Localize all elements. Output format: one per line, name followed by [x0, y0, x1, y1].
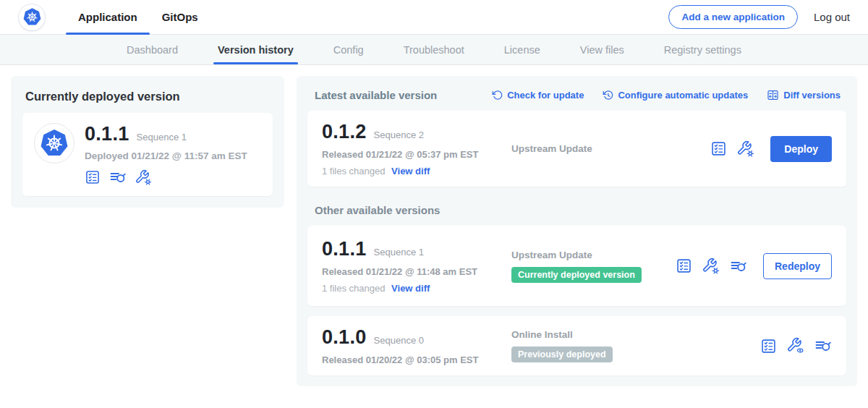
latest-version-title: Latest available version [315, 89, 437, 101]
subnav-item-troubleshoot[interactable]: Troubleshoot [404, 35, 464, 64]
preflight-checklist-icon[interactable] [676, 258, 692, 274]
currently-deployed-panel: Currently deployed version 0.1.1 Sequenc… [11, 76, 284, 208]
view-diff-link[interactable]: View diff [391, 283, 430, 294]
released-timestamp: Released 01/20/22 @ 03:05 pm EST [322, 354, 511, 365]
app-logo [18, 4, 46, 31]
deployed-version-number: 0.1.1 [85, 123, 129, 145]
subnav-label: Troubleshoot [404, 44, 464, 56]
subnav-label: Dashboard [127, 44, 178, 56]
schedule-update-icon [603, 90, 613, 101]
files-changed-label: 1 files changed [322, 283, 385, 294]
source-type-label: Upstream Update [511, 143, 710, 154]
preflight-checklist-icon[interactable] [85, 169, 101, 185]
tab-gitops[interactable]: GitOps [150, 0, 210, 34]
logout-link[interactable]: Log out [814, 11, 850, 23]
main-content: Currently deployed version 0.1.1 Sequenc… [0, 65, 868, 397]
view-logs-icon[interactable] [109, 169, 127, 186]
subnav-label: Config [333, 44, 364, 56]
kubernetes-logo-icon [22, 7, 42, 27]
version-actions: Check for update Configure automatic upd… [492, 89, 841, 101]
version-row-0-1-0: 0.1.0 Sequence 0 Released 01/20/22 @ 03:… [307, 316, 846, 375]
source-type-label: Online Install [511, 329, 760, 340]
source-type-label: Upstream Update [511, 250, 676, 260]
view-logs-icon[interactable] [814, 337, 832, 354]
preflight-checklist-icon[interactable] [760, 338, 777, 354]
tab-application[interactable]: Application [66, 0, 150, 34]
subnav-item-config[interactable]: Config [333, 35, 364, 64]
deployed-timestamp: Deployed 01/21/22 @ 11:57 am EST [85, 150, 247, 161]
currently-deployed-badge: Currently deployed version [511, 267, 642, 283]
topbar-right: Add a new application Log out [668, 5, 850, 29]
edit-config-icon[interactable] [702, 258, 720, 275]
deployed-sequence-label: Sequence 1 [137, 132, 187, 143]
redeploy-button[interactable]: Redeploy [763, 253, 832, 279]
version-history-panel: Latest available version Check for updat… [297, 76, 857, 386]
subnav-label: License [504, 44, 540, 56]
top-bar: Application GitOps Add a new application… [0, 0, 868, 35]
sequence-label: Sequence 1 [374, 247, 424, 258]
version-row-0-1-2: 0.1.2 Sequence 2 Released 01/21/22 @ 05:… [307, 111, 846, 187]
diff-icon [767, 89, 779, 101]
subnav-item-registry-settings[interactable]: Registry settings [664, 35, 741, 64]
add-application-button[interactable]: Add a new application [668, 5, 798, 29]
subnav-item-version-history[interactable]: Version history [218, 35, 294, 64]
other-versions-title: Other available versions [315, 204, 846, 216]
currently-deployed-card: 0.1.1 Sequence 1 Deployed 01/21/22 @ 11:… [22, 113, 273, 196]
released-timestamp: Released 01/21/22 @ 05:37 pm EST [322, 149, 511, 160]
subnav-item-dashboard[interactable]: Dashboard [127, 35, 178, 64]
diff-versions-link[interactable]: Diff versions [767, 89, 841, 101]
refresh-icon [492, 90, 503, 101]
top-tabs: Application GitOps [66, 0, 210, 34]
sequence-label: Sequence 0 [374, 335, 424, 346]
app-icon-badge [34, 123, 75, 163]
released-timestamp: Released 01/21/22 @ 11:48 am EST [322, 266, 511, 277]
preflight-checklist-icon[interactable] [710, 140, 727, 157]
version-number: 0.1.0 [322, 326, 367, 349]
subnav-label: Version history [218, 44, 294, 56]
subnav-label: View files [580, 44, 624, 56]
diff-versions-label: Diff versions [783, 90, 841, 101]
latest-version-header: Latest available version Check for updat… [315, 89, 841, 101]
subnav-label: Registry settings [664, 44, 741, 56]
previously-deployed-badge: Previously deployed [511, 347, 613, 362]
app-subnav: Dashboard Version history Config Trouble… [0, 35, 868, 65]
check-for-update-link[interactable]: Check for update [492, 90, 584, 101]
configure-automatic-updates-link[interactable]: Configure automatic updates [603, 90, 748, 101]
kubernetes-logo-icon [39, 128, 69, 158]
tab-application-label: Application [78, 11, 137, 23]
sequence-label: Sequence 2 [374, 129, 424, 140]
deploy-button[interactable]: Deploy [770, 136, 832, 162]
edit-config-icon[interactable] [135, 169, 152, 186]
check-for-update-label: Check for update [507, 90, 584, 101]
subnav-item-license[interactable]: License [504, 35, 540, 64]
files-changed-label: 1 files changed [322, 166, 385, 177]
subnav-item-view-files[interactable]: View files [580, 35, 624, 64]
view-diff-link[interactable]: View diff [391, 166, 430, 177]
view-config-icon[interactable] [787, 337, 804, 354]
version-number: 0.1.1 [322, 238, 367, 260]
version-number: 0.1.2 [322, 121, 367, 143]
version-row-0-1-1: 0.1.1 Sequence 1 Released 01/21/22 @ 11:… [307, 226, 846, 306]
view-logs-icon[interactable] [730, 258, 747, 275]
edit-config-icon[interactable] [737, 140, 754, 158]
configure-automatic-updates-label: Configure automatic updates [618, 90, 748, 101]
tab-gitops-label: GitOps [162, 11, 198, 23]
currently-deployed-title: Currently deployed version [25, 90, 273, 103]
